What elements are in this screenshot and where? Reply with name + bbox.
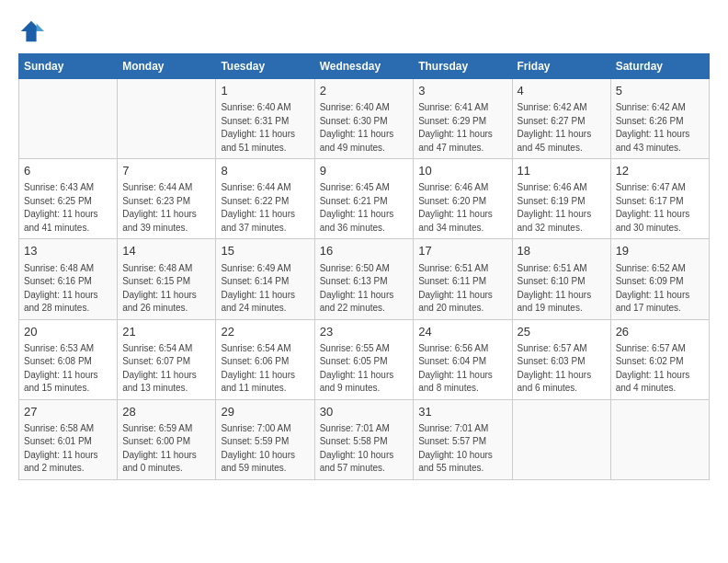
day-number: 6 [24,163,112,179]
calendar-cell: 12Sunrise: 6:47 AM Sunset: 6:17 PM Dayli… [610,159,709,239]
calendar-cell: 10Sunrise: 6:46 AM Sunset: 6:20 PM Dayli… [414,159,512,239]
day-number: 22 [221,324,309,340]
day-number: 20 [24,324,112,340]
calendar-cell: 7Sunrise: 6:44 AM Sunset: 6:23 PM Daylig… [118,159,216,239]
day-number: 14 [122,243,210,259]
calendar-cell: 11Sunrise: 6:46 AM Sunset: 6:19 PM Dayli… [512,159,610,239]
day-info: Sunrise: 6:57 AM Sunset: 6:03 PM Dayligh… [518,342,606,396]
day-info: Sunrise: 6:47 AM Sunset: 6:17 PM Dayligh… [616,181,704,235]
calendar-week-row: 27Sunrise: 6:58 AM Sunset: 6:01 PM Dayli… [19,399,710,479]
day-info: Sunrise: 6:54 AM Sunset: 6:06 PM Dayligh… [221,342,309,396]
day-number: 1 [221,83,309,99]
day-info: Sunrise: 6:41 AM Sunset: 6:29 PM Dayligh… [418,101,506,155]
calendar-cell [118,79,216,159]
calendar-cell: 29Sunrise: 7:00 AM Sunset: 5:59 PM Dayli… [216,399,314,479]
calendar-cell [19,79,118,159]
day-info: Sunrise: 6:48 AM Sunset: 6:15 PM Dayligh… [122,262,210,316]
day-info: Sunrise: 6:44 AM Sunset: 6:23 PM Dayligh… [122,181,210,235]
day-number: 21 [122,324,210,340]
calendar-cell: 13Sunrise: 6:48 AM Sunset: 6:16 PM Dayli… [19,239,118,319]
day-info: Sunrise: 6:43 AM Sunset: 6:25 PM Dayligh… [24,181,112,235]
day-info: Sunrise: 6:44 AM Sunset: 6:22 PM Dayligh… [221,181,309,235]
day-info: Sunrise: 6:51 AM Sunset: 6:10 PM Dayligh… [518,262,606,316]
logo-icon [18,18,44,44]
calendar-cell: 5Sunrise: 6:42 AM Sunset: 6:26 PM Daylig… [610,79,709,159]
calendar-week-row: 1Sunrise: 6:40 AM Sunset: 6:31 PM Daylig… [19,79,710,159]
day-number: 30 [320,404,409,420]
calendar-cell: 3Sunrise: 6:41 AM Sunset: 6:29 PM Daylig… [414,79,512,159]
calendar-cell: 15Sunrise: 6:49 AM Sunset: 6:14 PM Dayli… [216,239,314,319]
day-info: Sunrise: 6:50 AM Sunset: 6:13 PM Dayligh… [320,262,409,316]
calendar-cell: 6Sunrise: 6:43 AM Sunset: 6:25 PM Daylig… [19,159,118,239]
header-day: Monday [118,54,216,79]
calendar-cell: 21Sunrise: 6:54 AM Sunset: 6:07 PM Dayli… [118,319,216,399]
calendar-cell: 18Sunrise: 6:51 AM Sunset: 6:10 PM Dayli… [512,239,610,319]
day-info: Sunrise: 6:42 AM Sunset: 6:26 PM Dayligh… [616,101,704,155]
header-day: Tuesday [216,54,314,79]
calendar-cell: 17Sunrise: 6:51 AM Sunset: 6:11 PM Dayli… [414,239,512,319]
day-number: 29 [221,404,309,420]
header-day: Sunday [19,54,118,79]
day-number: 19 [616,243,704,259]
day-number: 7 [122,163,210,179]
calendar-cell: 23Sunrise: 6:55 AM Sunset: 6:05 PM Dayli… [314,319,414,399]
day-number: 24 [418,324,506,340]
day-info: Sunrise: 6:48 AM Sunset: 6:16 PM Dayligh… [24,262,112,316]
day-number: 23 [320,324,409,340]
day-number: 8 [221,163,309,179]
calendar-cell: 30Sunrise: 7:01 AM Sunset: 5:58 PM Dayli… [314,399,414,479]
day-number: 3 [418,83,506,99]
day-info: Sunrise: 6:46 AM Sunset: 6:19 PM Dayligh… [518,181,606,235]
calendar-cell: 4Sunrise: 6:42 AM Sunset: 6:27 PM Daylig… [512,79,610,159]
day-info: Sunrise: 6:55 AM Sunset: 6:05 PM Dayligh… [320,342,409,396]
day-number: 16 [320,243,409,259]
day-number: 2 [320,83,409,99]
day-number: 17 [418,243,506,259]
day-number: 31 [418,404,506,420]
day-number: 11 [518,163,606,179]
day-number: 13 [24,243,112,259]
calendar-cell: 9Sunrise: 6:45 AM Sunset: 6:21 PM Daylig… [314,159,414,239]
day-number: 5 [616,83,704,99]
calendar-cell: 22Sunrise: 6:54 AM Sunset: 6:06 PM Dayli… [216,319,314,399]
day-info: Sunrise: 6:54 AM Sunset: 6:07 PM Dayligh… [122,342,210,396]
calendar-cell: 16Sunrise: 6:50 AM Sunset: 6:13 PM Dayli… [314,239,414,319]
day-info: Sunrise: 7:00 AM Sunset: 5:59 PM Dayligh… [221,422,309,476]
day-info: Sunrise: 6:58 AM Sunset: 6:01 PM Dayligh… [24,422,112,476]
calendar-cell: 8Sunrise: 6:44 AM Sunset: 6:22 PM Daylig… [216,159,314,239]
calendar-cell: 28Sunrise: 6:59 AM Sunset: 6:00 PM Dayli… [118,399,216,479]
calendar-cell: 26Sunrise: 6:57 AM Sunset: 6:02 PM Dayli… [610,319,709,399]
calendar-week-row: 6Sunrise: 6:43 AM Sunset: 6:25 PM Daylig… [19,159,710,239]
calendar-cell: 1Sunrise: 6:40 AM Sunset: 6:31 PM Daylig… [216,79,314,159]
day-number: 10 [418,163,506,179]
calendar-cell [512,399,610,479]
day-number: 27 [24,404,112,420]
calendar-week-row: 20Sunrise: 6:53 AM Sunset: 6:08 PM Dayli… [19,319,710,399]
day-info: Sunrise: 6:40 AM Sunset: 6:30 PM Dayligh… [320,101,409,155]
day-info: Sunrise: 6:49 AM Sunset: 6:14 PM Dayligh… [221,262,309,316]
day-info: Sunrise: 6:56 AM Sunset: 6:04 PM Dayligh… [418,342,506,396]
calendar-cell: 20Sunrise: 6:53 AM Sunset: 6:08 PM Dayli… [19,319,118,399]
day-number: 12 [616,163,704,179]
day-number: 28 [122,404,210,420]
day-info: Sunrise: 6:52 AM Sunset: 6:09 PM Dayligh… [616,262,704,316]
day-info: Sunrise: 6:53 AM Sunset: 6:08 PM Dayligh… [24,342,112,396]
calendar-cell: 14Sunrise: 6:48 AM Sunset: 6:15 PM Dayli… [118,239,216,319]
logo [18,18,48,44]
day-info: Sunrise: 6:40 AM Sunset: 6:31 PM Dayligh… [221,101,309,155]
day-info: Sunrise: 6:45 AM Sunset: 6:21 PM Dayligh… [320,181,409,235]
calendar-cell: 24Sunrise: 6:56 AM Sunset: 6:04 PM Dayli… [414,319,512,399]
day-info: Sunrise: 6:46 AM Sunset: 6:20 PM Dayligh… [418,181,506,235]
day-info: Sunrise: 6:51 AM Sunset: 6:11 PM Dayligh… [418,262,506,316]
day-number: 26 [616,324,704,340]
day-number: 4 [518,83,606,99]
calendar-cell: 25Sunrise: 6:57 AM Sunset: 6:03 PM Dayli… [512,319,610,399]
day-number: 15 [221,243,309,259]
day-info: Sunrise: 6:42 AM Sunset: 6:27 PM Dayligh… [518,101,606,155]
day-number: 9 [320,163,409,179]
header-day: Friday [512,54,610,79]
svg-marker-1 [37,24,44,31]
calendar-cell [610,399,709,479]
calendar-week-row: 13Sunrise: 6:48 AM Sunset: 6:16 PM Dayli… [19,239,710,319]
header [18,18,710,44]
